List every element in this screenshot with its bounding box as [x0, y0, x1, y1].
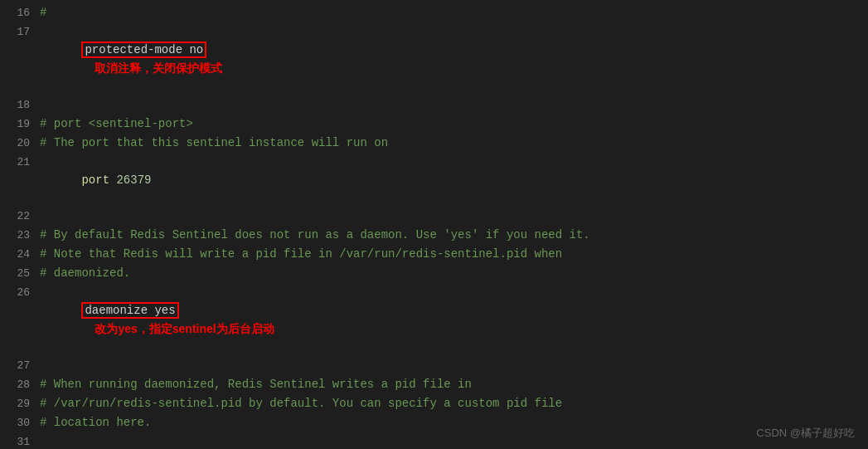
line-22: 22 [0, 207, 868, 226]
line-content: # daemonized. [40, 264, 861, 282]
line-number: 20 [7, 134, 30, 153]
line-content: # Note that Redis will write a pid file … [40, 245, 861, 263]
line-content: protected-mode no 取消注释，关闭保护模式 [40, 22, 861, 96]
line-number: 16 [7, 4, 30, 22]
daemonize-highlight: daemonize yes [81, 302, 178, 319]
line-29: 29 # /var/run/redis-sentinel.pid by defa… [0, 394, 868, 413]
watermark: CSDN @橘子超好吃 [756, 426, 855, 441]
line-20: 20 # The port that this sentinel instanc… [0, 134, 868, 153]
annotation-protected: 取消注释，关闭保护模式 [95, 61, 222, 75]
line-content: # /var/run/redis-sentinel.pid by default… [40, 394, 861, 412]
line-27: 27 [0, 357, 868, 375]
line-number: 21 [7, 154, 30, 172]
line-content: daemonize yes 改为yes，指定sentinel为后台启动 [40, 283, 861, 357]
line-number: 27 [7, 357, 30, 375]
line-24: 24 # Note that Redis will write a pid fi… [0, 245, 868, 264]
line-number: 18 [7, 96, 30, 115]
line-number: 25 [7, 265, 30, 283]
line-content: pidfile /var/run/redis-sentinel.pid [40, 432, 861, 449]
line-content: # [40, 3, 861, 22]
line-content: port 26379 [40, 153, 861, 207]
line-19: 19 # port <sentinel-port> [0, 115, 868, 134]
line-content: # The port that this sentinel instance w… [40, 134, 861, 152]
line-number: 30 [7, 414, 30, 432]
line-23: 23 # By default Redis Sentinel does not … [0, 226, 868, 245]
annotation-daemonize: 改为yes，指定sentinel为后台启动 [95, 322, 274, 335]
line-26: 26 daemonize yes 改为yes，指定sentinel为后台启动 [0, 283, 868, 357]
line-content: # location here. [40, 413, 861, 432]
line-content: # When running daemonized, Redis Sentine… [40, 375, 861, 393]
line-number: 22 [7, 207, 30, 226]
protected-mode-highlight: protected-mode no [81, 41, 206, 58]
line-number: 31 [7, 433, 30, 449]
code-editor: 16 # 17 protected-mode no 取消注释，关闭保护模式 18… [0, 0, 868, 449]
line-number: 19 [7, 115, 30, 134]
line-16: 16 # [0, 3, 868, 22]
line-number: 23 [7, 227, 30, 245]
line-30: 30 # location here. [0, 413, 868, 432]
line-21: 21 port 26379 [0, 153, 868, 207]
line-25: 25 # daemonized. [0, 264, 868, 283]
line-number: 26 [7, 284, 30, 302]
line-number: 17 [7, 23, 30, 41]
line-content: # port <sentinel-port> [40, 115, 861, 133]
line-content: # By default Redis Sentinel does not run… [40, 226, 861, 244]
line-28: 28 # When running daemonized, Redis Sent… [0, 375, 868, 394]
line-17: 17 protected-mode no 取消注释，关闭保护模式 [0, 22, 868, 96]
line-31: 31 pidfile /var/run/redis-sentinel.pid [0, 432, 868, 449]
line-number: 24 [7, 246, 30, 264]
line-number: 29 [7, 395, 30, 413]
line-18: 18 [0, 96, 868, 115]
line-number: 28 [7, 376, 30, 394]
